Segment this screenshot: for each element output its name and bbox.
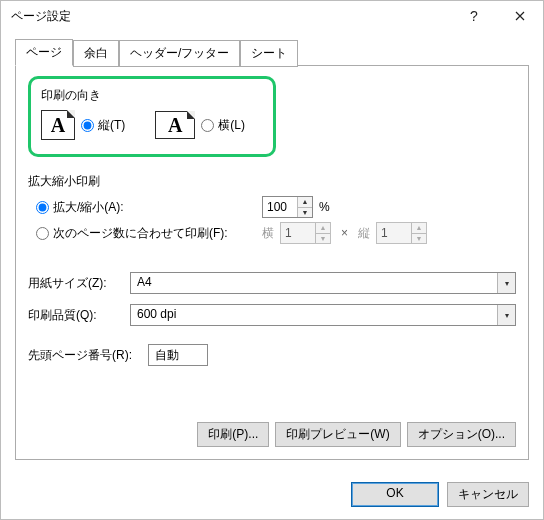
portrait-radio-input[interactable] [81, 119, 94, 132]
fit-radio[interactable]: 次のページ数に合わせて印刷(F): [36, 225, 256, 242]
orientation-group: 印刷の向き A 縦(T) A [28, 76, 276, 157]
fit-radio-input[interactable] [36, 227, 49, 240]
fit-wide-spinner: ▲ ▼ [280, 222, 331, 244]
scaling-group: 拡大縮小印刷 拡大/縮小(A): ▲ ▼ % [28, 173, 516, 248]
scaling-fit-row: 次のページ数に合わせて印刷(F): 横 ▲ ▼ × 縦 [36, 222, 516, 244]
adjust-suffix: % [319, 200, 330, 214]
adjust-radio-input[interactable] [36, 201, 49, 214]
ok-button[interactable]: OK [351, 482, 439, 507]
fit-tall-label: 縦 [358, 225, 370, 242]
fit-wide-up: ▲ [316, 223, 330, 233]
first-page-row: 先頭ページ番号(R): [28, 344, 516, 366]
print-quality-dropdown[interactable]: ▾ [497, 305, 515, 325]
fit-times: × [341, 226, 348, 240]
fit-wide-input [281, 223, 315, 243]
adjust-radio-label: 拡大/縮小(A): [53, 199, 124, 216]
print-quality-row: 印刷品質(Q): 600 dpi ▾ [28, 304, 516, 326]
close-icon [515, 11, 525, 21]
cancel-button[interactable]: キャンセル [447, 482, 529, 507]
panel-buttons: 印刷(P)... 印刷プレビュー(W) オプション(O)... [28, 422, 516, 447]
adjust-spinner[interactable]: ▲ ▼ [262, 196, 313, 218]
fit-wide-label: 横 [262, 225, 274, 242]
tabstrip: ページ 余白 ヘッダー/フッター シート [15, 39, 529, 66]
landscape-radio-input[interactable] [201, 119, 214, 132]
dialog-footer: OK キャンセル [1, 472, 543, 519]
tab-page[interactable]: ページ [15, 39, 73, 66]
tab-sheet[interactable]: シート [240, 40, 298, 67]
landscape-icon: A [155, 111, 195, 139]
print-button[interactable]: 印刷(P)... [197, 422, 269, 447]
fit-tall-spinner: ▲ ▼ [376, 222, 427, 244]
adjust-spin-up[interactable]: ▲ [298, 197, 312, 207]
paper-size-dropdown[interactable]: ▾ [497, 273, 515, 293]
chevron-down-icon: ▾ [505, 311, 509, 320]
paper-size-combo[interactable]: A4 ▾ [130, 272, 516, 294]
fit-tall-up: ▲ [412, 223, 426, 233]
first-page-label: 先頭ページ番号(R): [28, 347, 148, 364]
portrait-radio-label: 縦(T) [98, 117, 125, 134]
tab-header-footer[interactable]: ヘッダー/フッター [119, 40, 240, 67]
window-title: ページ設定 [1, 8, 451, 25]
adjust-value-input[interactable] [263, 197, 297, 217]
dialog-body: ページ 余白 ヘッダー/フッター シート 印刷の向き A 縦(T) [1, 31, 543, 472]
help-button[interactable]: ? [451, 1, 497, 31]
paper-size-row: 用紙サイズ(Z): A4 ▾ [28, 272, 516, 294]
paper-size-label: 用紙サイズ(Z): [28, 275, 130, 292]
print-quality-label: 印刷品質(Q): [28, 307, 130, 324]
fit-radio-label: 次のページ数に合わせて印刷(F): [53, 225, 228, 242]
adjust-radio[interactable]: 拡大/縮小(A): [36, 199, 256, 216]
orientation-label: 印刷の向き [41, 87, 263, 104]
scaling-adjust-row: 拡大/縮小(A): ▲ ▼ % [36, 196, 516, 218]
print-quality-value: 600 dpi [131, 305, 497, 325]
chevron-down-icon: ▾ [505, 279, 509, 288]
tab-margins[interactable]: 余白 [73, 40, 119, 67]
fit-tall-down: ▼ [412, 233, 426, 244]
titlebar: ページ設定 ? [1, 1, 543, 31]
orientation-row: A 縦(T) A 横(L) [41, 110, 263, 140]
paper-size-value: A4 [131, 273, 497, 293]
landscape-radio-label: 横(L) [218, 117, 245, 134]
adjust-spin-down[interactable]: ▼ [298, 207, 312, 218]
page-setup-dialog: ページ設定 ? ページ 余白 ヘッダー/フッター シート 印刷の向き A [0, 0, 544, 520]
fit-wide-down: ▼ [316, 233, 330, 244]
scaling-label: 拡大縮小印刷 [28, 173, 516, 190]
tab-panel-page: 印刷の向き A 縦(T) A [15, 65, 529, 460]
close-button[interactable] [497, 1, 543, 31]
first-page-input[interactable] [148, 344, 208, 366]
fit-tall-input [377, 223, 411, 243]
portrait-icon: A [41, 110, 75, 140]
print-preview-button[interactable]: 印刷プレビュー(W) [275, 422, 400, 447]
options-button[interactable]: オプション(O)... [407, 422, 516, 447]
landscape-radio[interactable]: 横(L) [201, 117, 245, 134]
print-quality-combo[interactable]: 600 dpi ▾ [130, 304, 516, 326]
portrait-radio[interactable]: 縦(T) [81, 117, 125, 134]
